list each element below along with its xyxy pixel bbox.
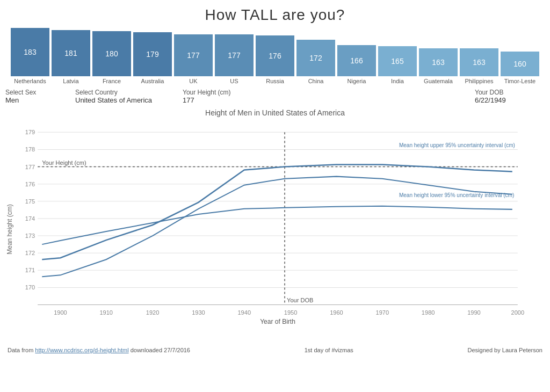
bar-value: 160 [501,52,539,76]
bar-country-label: France [92,78,131,84]
bar-country-label: Guatemala [419,78,458,84]
svg-text:177: 177 [25,164,35,170]
height-value: 177 [183,96,252,104]
bar-country-label: UK [174,78,213,84]
svg-text:1910: 1910 [99,309,113,316]
bar-country-label: Latvia [52,78,90,84]
bar-value: 183 [11,28,49,76]
lower-ci-line [42,177,512,277]
svg-text:174: 174 [25,215,35,222]
dob-label: Your DOB [475,89,545,96]
controls-row: Select Sex Men Select Country United Sta… [0,86,550,108]
footer-data-text: Data from [8,347,35,353]
bar-item-us[interactable]: 177US [215,34,254,84]
bar-country-label: India [378,78,417,84]
bar-country-label: Netherlands [11,78,49,84]
y-axis: 179 178 177 176 175 174 173 172 171 170 [25,129,518,304]
lower-ci-legend: Mean height lower 95% uncertainty interv… [399,192,514,198]
page-title: How TALL are you? [0,0,550,28]
bar-country-label: US [215,78,254,84]
bar-country-label: Australia [133,78,172,84]
svg-text:1940: 1940 [237,309,251,316]
svg-text:2000: 2000 [511,309,525,316]
bar-country-label: Timor-Leste [501,78,539,84]
svg-text:175: 175 [25,198,35,205]
country-value: United States of America [75,96,183,104]
bar-item-russia[interactable]: 176Russia [256,35,294,84]
bar-item-timor-leste[interactable]: 160Timor-Leste [501,52,539,84]
bar-value: 180 [92,31,131,76]
bar-item-china[interactable]: 172China [296,40,335,84]
bar-value: 166 [337,45,376,76]
bar-item-uk[interactable]: 177UK [174,34,213,84]
svg-text:1900: 1900 [54,309,67,316]
bar-value: 176 [256,35,294,76]
country-label: Select Country [75,89,183,96]
svg-text:1920: 1920 [146,309,160,316]
chart-svg: Mean height (cm) 179 178 17 [5,119,545,334]
sex-label: Select Sex [5,89,75,96]
svg-text:Year of Birth: Year of Birth [260,318,295,325]
mean-line [42,165,512,260]
sex-control[interactable]: Select Sex Men [5,89,75,104]
dob-control[interactable]: Your DOB 6/22/1949 [475,89,545,104]
bar-value: 179 [133,32,172,76]
svg-text:172: 172 [25,250,35,256]
y-axis-label: Mean height (cm) [6,204,13,255]
bar-item-france[interactable]: 180France [92,31,131,84]
svg-text:170: 170 [25,284,35,291]
height-control[interactable]: Your Height (cm) 177 [183,89,252,104]
bar-item-nigeria[interactable]: 166Nigeria [337,45,376,84]
svg-text:179: 179 [25,129,35,135]
bar-country-label: Philippines [460,78,498,84]
bar-value: 165 [378,46,417,76]
line-chart-area: Height of Men in United States of Americ… [5,108,545,345]
svg-text:1930: 1930 [192,309,205,316]
svg-text:176: 176 [25,181,35,187]
your-dob-annotation: Your DOB [287,297,313,303]
bar-value: 177 [215,34,254,76]
bar-item-india[interactable]: 165India [378,46,417,84]
svg-text:178: 178 [25,146,35,153]
bar-chart-section: 183Netherlands181Latvia180France179Austr… [0,28,550,84]
country-control[interactable]: Select Country United States of America [75,89,183,104]
height-label: Your Height (cm) [183,89,252,96]
svg-text:1980: 1980 [422,309,435,316]
bar-value: 163 [460,48,498,76]
bar-value: 177 [174,34,213,76]
bar-value: 163 [419,48,458,76]
svg-text:1970: 1970 [376,309,389,316]
footer-data-link[interactable]: http://www.ncdrisc.org/d-height.html [35,347,128,353]
chart-container: Mean height (cm) 179 178 17 [5,119,545,334]
svg-text:171: 171 [25,267,35,273]
bar-value: 181 [52,30,90,76]
your-height-annotation: Your Height (cm) [42,159,86,166]
footer: Data from http://www.ncdrisc.org/d-heigh… [0,345,550,355]
svg-text:1960: 1960 [330,309,343,316]
footer-left: Data from http://www.ncdrisc.org/d-heigh… [8,347,190,353]
bar-item-guatemala[interactable]: 163Guatemala [419,48,458,84]
svg-text:1990: 1990 [467,309,481,316]
bar-value: 172 [296,40,335,76]
bar-country-label: China [296,78,335,84]
footer-right: Designed by Laura Peterson [468,347,542,353]
bar-item-latvia[interactable]: 181Latvia [52,30,90,84]
footer-center: 1st day of #vizmas [305,347,353,353]
dob-value: 6/22/1949 [475,96,545,104]
bar-item-philippines[interactable]: 163Philippines [460,48,498,84]
sex-value: Men [5,96,75,104]
bar-country-label: Nigeria [337,78,376,84]
bar-item-australia[interactable]: 179Australia [133,32,172,84]
footer-data-suffix: downloaded 27/7/2016 [129,347,190,353]
bar-item-netherlands[interactable]: 183Netherlands [11,28,49,84]
chart-title: Height of Men in United States of Americ… [5,108,545,117]
x-axis: 1900 1910 1920 1930 1940 1950 1960 1970 … [38,305,524,325]
upper-ci-legend: Mean height upper 95% uncertainty interv… [399,142,515,148]
bar-country-label: Russia [256,78,294,84]
svg-text:173: 173 [25,233,35,239]
svg-text:1950: 1950 [284,309,298,316]
